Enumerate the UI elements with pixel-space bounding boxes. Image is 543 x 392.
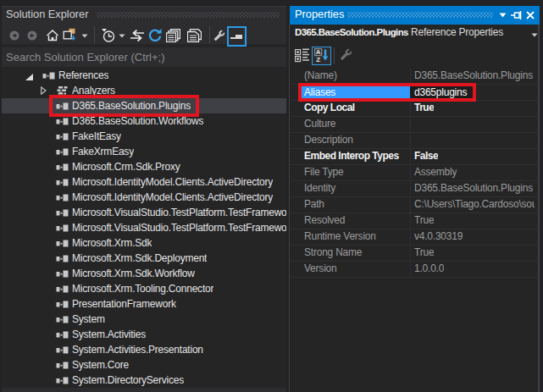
svg-text:A: A [316,48,321,56]
svg-text:Z: Z [316,56,320,63]
